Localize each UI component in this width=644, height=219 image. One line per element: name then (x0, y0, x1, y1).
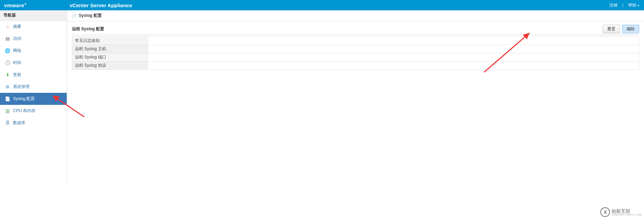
page-title: Syslog 配置 (79, 13, 102, 19)
row-label: 远程 Syslog 端口 (72, 53, 148, 62)
cpu-icon: ▥ (5, 108, 10, 114)
sidebar-item-label: 访问 (13, 36, 21, 42)
sidebar-item-label: 系统管理 (13, 84, 30, 90)
main-content: 📄 Syslog 配置 远程 Syslog 配置 重置 编辑 常见日志级别 远程… (67, 10, 644, 182)
row-value (148, 45, 639, 53)
help-link[interactable]: 帮助▼ (628, 2, 640, 8)
sidebar-item-time[interactable]: 🕓 时间 (0, 57, 67, 69)
remote-syslog-section: 远程 Syslog 配置 重置 编辑 常见日志级别 远程 Syslog 主机 远… (67, 21, 644, 70)
update-icon: ⬇ (5, 72, 10, 78)
page-header: 📄 Syslog 配置 (67, 10, 644, 21)
sidebar-item-access[interactable]: ▤ 访问 (0, 33, 67, 45)
table-row: 远程 Syslog 端口 (72, 53, 639, 62)
separator: | (622, 3, 623, 8)
row-value (148, 53, 639, 62)
sidebar-item-label: 数据库 (13, 120, 25, 126)
sidebar-item-database[interactable]: 🗄 数据库 (0, 117, 67, 129)
row-label: 远程 Syslog 协议 (72, 62, 148, 70)
row-label: 常见日志级别 (72, 37, 148, 45)
syslog-page-icon: 📄 (71, 13, 77, 19)
table-row: 远程 Syslog 主机 (72, 45, 639, 53)
home-icon: ⌂ (5, 24, 10, 30)
admin-icon: ⚙ (5, 84, 10, 90)
sidebar-item-label: 时间 (13, 60, 21, 66)
top-right-links: 注销 | 帮助▼ (609, 2, 640, 8)
sidebar-item-admin[interactable]: ⚙ 系统管理 (0, 81, 67, 93)
access-icon: ▤ (5, 36, 10, 42)
row-value (148, 37, 639, 45)
section-header: 远程 Syslog 配置 重置 编辑 (72, 25, 639, 35)
edit-button[interactable]: 编辑 (622, 25, 639, 33)
sidebar-item-update[interactable]: ⬇ 更新 (0, 69, 67, 81)
table-row: 远程 Syslog 协议 (72, 62, 639, 70)
sidebar: 导航器 ⌂ 摘要 ▤ 访问 🌐 网络 🕓 时间 ⬇ 更新 ⚙ 系统管理 📄 Sy… (0, 10, 67, 182)
sidebar-item-cpu[interactable]: ▥ CPU 和内存 (0, 105, 67, 117)
reset-button[interactable]: 重置 (603, 25, 620, 33)
sidebar-item-syslog[interactable]: 📄 Syslog 配置 (0, 93, 67, 105)
sidebar-item-label: 更新 (13, 72, 21, 78)
sidebar-item-network[interactable]: 🌐 网络 (0, 45, 67, 57)
time-icon: 🕓 (5, 60, 10, 66)
row-label: 远程 Syslog 主机 (72, 45, 148, 53)
sidebar-item-summary[interactable]: ⌂ 摘要 (0, 21, 67, 33)
row-value (148, 62, 639, 70)
section-title: 远程 Syslog 配置 (72, 26, 104, 32)
table-row: 常见日志级别 (72, 37, 639, 45)
syslog-config-table: 常见日志级别 远程 Syslog 主机 远程 Syslog 端口 远程 Sysl… (72, 36, 639, 70)
sidebar-item-label: 网络 (13, 48, 21, 54)
vmware-logo: vmware® (4, 2, 26, 8)
logout-link[interactable]: 注销 (609, 2, 618, 8)
top-bar: vmware® vCenter Server Appliance 注销 | 帮助… (0, 0, 644, 10)
db-icon: 🗄 (5, 120, 10, 126)
sidebar-item-label: Syslog 配置 (13, 96, 35, 102)
network-icon: 🌐 (5, 48, 10, 54)
chevron-down-icon: ▼ (637, 4, 640, 7)
app-title: vCenter Server Appliance (69, 2, 132, 8)
sidebar-item-label: CPU 和内存 (13, 108, 35, 114)
syslog-icon: 📄 (5, 96, 10, 102)
sidebar-title: 导航器 (0, 10, 67, 21)
section-buttons: 重置 编辑 (603, 25, 639, 33)
sidebar-item-label: 摘要 (13, 24, 21, 30)
